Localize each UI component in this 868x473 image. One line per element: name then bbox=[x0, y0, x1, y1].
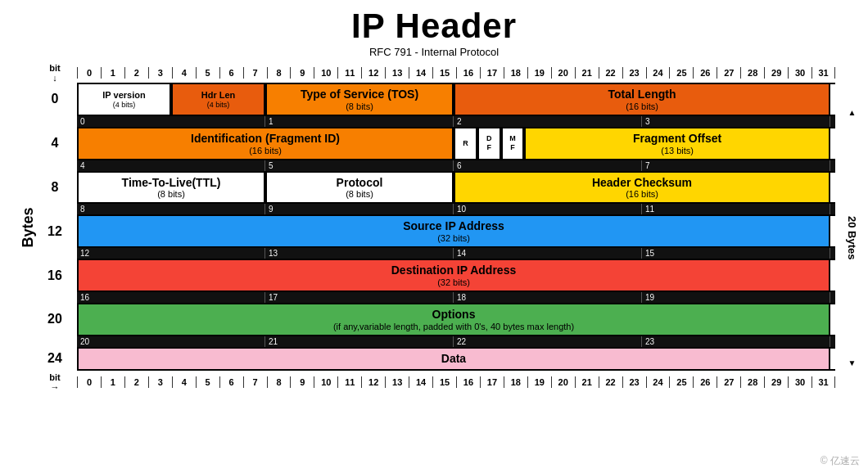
bit-number-5: 5 bbox=[196, 376, 219, 388]
field-name-1: Hdr Len bbox=[201, 90, 236, 101]
bit-number-19: 19 bbox=[527, 376, 551, 388]
field-sub-4: (13 bits) bbox=[661, 146, 694, 155]
bit-number-16: 16 bbox=[456, 67, 480, 79]
num-cell-12: 12 bbox=[77, 248, 265, 259]
byte-label-12: 12 bbox=[33, 214, 77, 248]
field-name-0: IP version bbox=[102, 90, 145, 101]
row-0: 0IP version(4 bits)Hdr Len(4 bits)Type o… bbox=[33, 83, 835, 116]
field-name-1: Protocol bbox=[337, 176, 383, 190]
field-sub-2: (16 bits) bbox=[626, 189, 658, 199]
bit-number-31: 31 bbox=[811, 376, 835, 388]
bit-number-1: 1 bbox=[101, 376, 124, 388]
num-cell-4: 4 bbox=[77, 160, 265, 171]
field-name-0: Options bbox=[432, 308, 476, 322]
bit-number-13: 13 bbox=[385, 67, 409, 79]
field-sub-3: (16 bits) bbox=[626, 101, 658, 111]
num-cell-20: 20 bbox=[77, 336, 265, 347]
field-header-checksum: Header Checksum(16 bits) bbox=[454, 173, 830, 203]
bit-number-23: 23 bbox=[622, 67, 646, 79]
byte-label-8: 8 bbox=[33, 171, 77, 205]
field-ip-version: IP version(4 bits) bbox=[77, 84, 171, 115]
bit-top-label: bit↓ bbox=[33, 63, 77, 83]
byte-label-0: 0 bbox=[33, 83, 77, 116]
bit-numbers-row: 0123456789101112131415161718192021222324… bbox=[77, 67, 835, 79]
num-cell-21: 21 bbox=[265, 336, 454, 347]
bit-number-9: 9 bbox=[290, 67, 314, 79]
bit-number-26: 26 bbox=[693, 67, 717, 79]
num-cell-3: 3 bbox=[642, 116, 830, 127]
field-data: Data bbox=[77, 349, 830, 369]
bit-number-3: 3 bbox=[148, 67, 172, 79]
bit-numbers-bottom-row: 0123456789101112131415161718192021222324… bbox=[77, 376, 835, 388]
bit-number-19: 19 bbox=[527, 67, 551, 79]
subtitle: RFC 791 - Internal Protocol bbox=[0, 46, 868, 58]
bit-number-28: 28 bbox=[740, 376, 764, 388]
num-row-20: 20212223 bbox=[33, 336, 835, 347]
bit-number-7: 7 bbox=[243, 67, 267, 79]
num-cell-18: 18 bbox=[454, 292, 642, 303]
page-title: IP Header bbox=[0, 0, 868, 46]
field-hdr-len: Hdr Len(4 bits) bbox=[171, 84, 265, 115]
field-sub-0: (8 bits) bbox=[157, 189, 185, 199]
field-sub-0: (32 bits) bbox=[437, 277, 470, 287]
row-20: 20Options(if any,variable length, padded… bbox=[33, 303, 835, 336]
bytes-left-label: Bytes bbox=[20, 207, 37, 247]
bit-number-0: 0 bbox=[77, 376, 101, 388]
bit-number-28: 28 bbox=[740, 67, 764, 79]
field-name-4: Fragment Offset bbox=[633, 132, 721, 146]
num-row-0: 0123 bbox=[33, 116, 835, 127]
field-m-f: M F bbox=[501, 128, 525, 159]
byte-label-16: 16 bbox=[33, 259, 77, 292]
num-cells-16: 16171819 bbox=[77, 292, 835, 303]
num-cells-20: 20212223 bbox=[77, 336, 835, 347]
field-name-0: Source IP Address bbox=[403, 219, 504, 233]
bit-number-11: 11 bbox=[337, 376, 361, 388]
row-24: 24Data bbox=[33, 347, 835, 371]
field-name-2: D F bbox=[486, 134, 492, 152]
num-cell-6: 6 bbox=[454, 160, 642, 171]
bit-number-10: 10 bbox=[314, 376, 337, 388]
field-sub-0: (4 bits) bbox=[113, 101, 136, 109]
field-options: Options(if any,variable length, padded w… bbox=[77, 304, 830, 335]
bit-number-23: 23 bbox=[622, 376, 646, 388]
bit-number-30: 30 bbox=[788, 376, 811, 388]
num-cell-14: 14 bbox=[454, 248, 642, 259]
field-fragment-offset: Fragment Offset(13 bits) bbox=[524, 128, 830, 159]
bit-number-8: 8 bbox=[267, 67, 291, 79]
bit-number-3: 3 bbox=[148, 376, 172, 388]
bit-number-20: 20 bbox=[551, 67, 575, 79]
bit-number-15: 15 bbox=[432, 67, 456, 79]
bit-number-29: 29 bbox=[764, 67, 788, 79]
byte-label-4: 4 bbox=[33, 127, 77, 160]
field-identification-(fragment-id): Identification (Fragment ID)(16 bits) bbox=[77, 128, 454, 159]
num-row-8: 891011 bbox=[33, 204, 835, 214]
bit-number-10: 10 bbox=[314, 67, 337, 79]
num-cell-5: 5 bbox=[265, 160, 454, 171]
bit-number-6: 6 bbox=[219, 376, 243, 388]
bit-number-7: 7 bbox=[243, 376, 267, 388]
field-sub-2: (8 bits) bbox=[346, 101, 373, 111]
bit-number-26: 26 bbox=[693, 376, 717, 388]
bit-number-16: 16 bbox=[456, 376, 480, 388]
field-name-3: M F bbox=[509, 134, 516, 152]
row-4: 4Identification (Fragment ID)(16 bits)RD… bbox=[33, 127, 835, 160]
field-name-0: Time-To-Live(TTL) bbox=[122, 176, 221, 190]
field-sub-1: (4 bits) bbox=[207, 101, 230, 109]
bit-number-24: 24 bbox=[646, 67, 670, 79]
field-name-2: Type of Service (TOS) bbox=[301, 88, 418, 101]
bit-number-4: 4 bbox=[172, 376, 196, 388]
bit-number-22: 22 bbox=[599, 376, 622, 388]
bit-number-2: 2 bbox=[124, 376, 148, 388]
bit-number-17: 17 bbox=[480, 376, 504, 388]
bit-number-20: 20 bbox=[551, 376, 575, 388]
field-name-0: Destination IP Address bbox=[391, 264, 516, 277]
field-name-0: Identification (Fragment ID) bbox=[191, 132, 340, 146]
field-destination-ip-address: Destination IP Address(32 bits) bbox=[77, 260, 830, 291]
bit-number-21: 21 bbox=[575, 376, 599, 388]
num-cell-11: 11 bbox=[642, 204, 830, 214]
field-protocol: Protocol(8 bits) bbox=[265, 173, 454, 203]
bit-number-4: 4 bbox=[172, 67, 196, 79]
row-16: 16Destination IP Address(32 bits) bbox=[33, 259, 835, 292]
num-cells-12: 12131415 bbox=[77, 248, 835, 259]
num-cells-8: 891011 bbox=[77, 204, 835, 214]
